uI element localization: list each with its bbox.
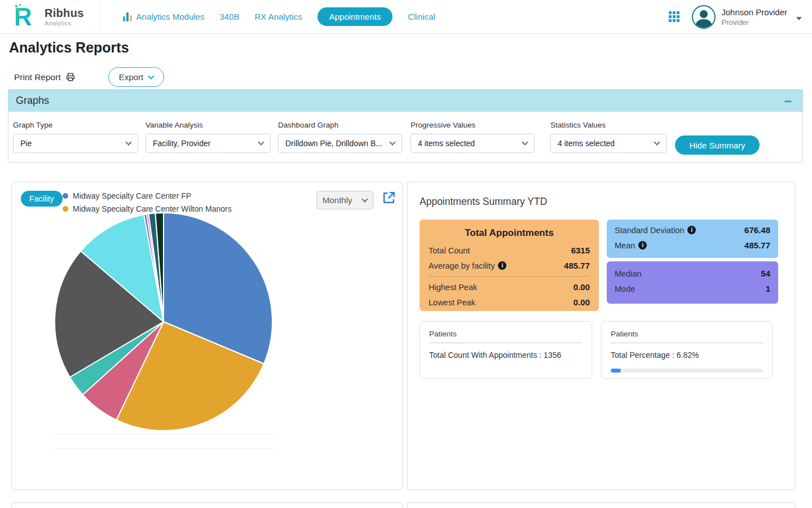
- row-label: Highest Peak: [429, 283, 477, 292]
- row-label: Lowest Peak: [429, 298, 475, 307]
- printer-icon: [65, 72, 76, 82]
- graphs-section-header[interactable]: Graphs –: [8, 89, 803, 112]
- nav-appointments[interactable]: Appointments: [317, 7, 393, 26]
- median-mode-box: Median 54 Mode 1: [607, 261, 778, 304]
- divider: [429, 276, 590, 277]
- next-chart-card-partial: [11, 502, 403, 508]
- print-report-button[interactable]: Print Report: [14, 72, 76, 82]
- facility-badge[interactable]: Facility: [21, 191, 63, 207]
- pie-chart-card: Facility Midway Specialty Care Center FP…: [11, 182, 403, 490]
- row-label: Standard Deviation: [615, 226, 684, 235]
- legend-label: Midway Specialty Care Center FP: [73, 191, 191, 200]
- progressive-values-select[interactable]: 4 items selected: [411, 134, 535, 153]
- patients-count-text: Total Count With Appointments : 1356: [429, 351, 582, 360]
- info-icon[interactable]: i: [687, 226, 696, 234]
- patients-card-title: Patients: [611, 330, 763, 343]
- export-button[interactable]: Export: [108, 67, 164, 87]
- avatar[interactable]: [692, 5, 716, 29]
- summary-row: Standard Deviationi 676.48: [615, 225, 770, 235]
- period-select[interactable]: Monthly: [316, 191, 373, 209]
- statistics-values-select[interactable]: 4 items selected: [550, 134, 667, 153]
- graph-type-select[interactable]: Pie: [13, 134, 138, 153]
- summary-row: Median 54: [615, 269, 770, 278]
- chevron-down-icon[interactable]: [796, 17, 802, 20]
- pie-chart[interactable]: [51, 209, 276, 435]
- next-summary-card-partial: [407, 502, 795, 508]
- progress-fill: [611, 369, 621, 373]
- patients-card-title: Patients: [429, 330, 582, 343]
- export-label: Export: [119, 72, 143, 82]
- user-menu[interactable]: Johnson Provider Provider: [721, 7, 787, 27]
- legend-item[interactable]: Midway Specialty Care Center FP: [63, 191, 232, 200]
- dashboard-graph-select[interactable]: Drilldown Pie, Drilldown B...: [278, 134, 402, 153]
- row-label: Average by facility: [429, 261, 495, 270]
- filter-label-progressive-values: Progressive Values: [411, 121, 535, 129]
- total-appointments-title: Total Appointments: [429, 227, 590, 239]
- row-label: Median: [615, 269, 642, 278]
- ribhus-logo-icon: R: [14, 4, 39, 30]
- select-value: 4 items selected: [418, 139, 475, 148]
- progress-bar: [611, 369, 763, 373]
- filter-label-variable-analysis: Variable Analysis: [145, 121, 271, 129]
- nav-340b[interactable]: 340B: [219, 12, 239, 21]
- row-label: Mean: [615, 241, 635, 250]
- row-value: 485.77: [564, 261, 590, 270]
- summary-row: Mode 1: [615, 284, 770, 294]
- expand-icon[interactable]: [382, 191, 396, 205]
- chevron-down-icon: [389, 139, 395, 145]
- patients-count-card: Patients Total Count With Appointments :…: [420, 321, 592, 379]
- nav-clinical[interactable]: Clinical: [408, 12, 435, 21]
- summary-row: Highest Peak 0.00: [429, 282, 590, 292]
- user-name: Johnson Provider: [721, 7, 787, 17]
- graphs-title: Graphs: [16, 95, 49, 107]
- chevron-down-icon: [654, 139, 660, 145]
- row-value: 0.00: [573, 297, 590, 307]
- chevron-down-icon: [258, 139, 264, 145]
- row-value: 6315: [571, 246, 590, 255]
- total-appointments-box: Total Appointments Total Count 6315 Aver…: [420, 220, 599, 311]
- row-value: 54: [761, 269, 770, 278]
- bar-chart-icon: [123, 12, 132, 21]
- chart-legend: Midway Specialty Care Center FP Midway S…: [63, 191, 232, 217]
- graphs-filter-panel: Graph Type Pie Variable Analysis Facilit…: [8, 112, 803, 163]
- info-icon[interactable]: i: [638, 241, 647, 249]
- collapse-icon[interactable]: –: [784, 95, 792, 106]
- chevron-down-icon: [125, 139, 131, 145]
- brand-subtitle: Analytics: [45, 20, 84, 27]
- select-value: Drilldown Pie, Drilldown B...: [285, 139, 382, 148]
- main-nav: Analytics Modules 340B RX Analytics Appo…: [100, 7, 435, 26]
- row-value: 676.48: [744, 225, 770, 235]
- summary-row: Lowest Peak 0.00: [429, 297, 590, 307]
- brand-name: Ribhus: [45, 7, 84, 19]
- apps-grid-icon[interactable]: [669, 11, 679, 22]
- hide-summary-button[interactable]: Hide Summary: [675, 135, 760, 155]
- row-value: 485.77: [744, 240, 770, 250]
- row-label: Total Count: [429, 246, 470, 255]
- summary-row: Meani 485.77: [615, 240, 770, 250]
- variable-analysis-select[interactable]: Facility, Provider: [145, 134, 271, 153]
- user-role: Provider: [721, 18, 787, 27]
- info-icon[interactable]: i: [498, 261, 506, 270]
- filter-label-dashboard-graph: Dashboard Graph: [278, 121, 402, 129]
- nav-analytics-modules[interactable]: Analytics Modules: [123, 12, 205, 21]
- statistics-box: Standard Deviationi 676.48 Meani 485.77: [607, 220, 778, 258]
- top-bar: R Ribhus Analytics Analytics Modules 340…: [0, 0, 812, 34]
- legend-dot: [63, 193, 68, 199]
- row-value: 0.00: [573, 282, 590, 292]
- patients-percentage-text: Total Percentage : 6.82%: [611, 351, 763, 360]
- row-label: Mode: [615, 284, 635, 294]
- summary-row: Total Count 6315: [429, 246, 590, 255]
- select-value: 4 items selected: [558, 139, 615, 148]
- nav-rx-analytics[interactable]: RX Analytics: [255, 12, 302, 21]
- appointments-summary-card: Appointments Summary YTD Total Appointme…: [407, 182, 795, 490]
- chevron-down-icon: [522, 139, 528, 145]
- nav-label: Analytics Modules: [136, 12, 205, 21]
- legend-dot: [63, 206, 68, 212]
- legend-item[interactable]: Midway Specialty Care Center Wilton Mano…: [63, 204, 232, 213]
- summary-row: Average by facilityi 485.77: [429, 261, 590, 270]
- summary-title: Appointments Summary YTD: [420, 196, 547, 208]
- filter-label-graph-type: Graph Type: [13, 121, 138, 129]
- print-report-label: Print Report: [14, 72, 61, 82]
- select-value: Facility, Provider: [153, 139, 210, 148]
- brand-logo[interactable]: R Ribhus Analytics: [0, 0, 100, 34]
